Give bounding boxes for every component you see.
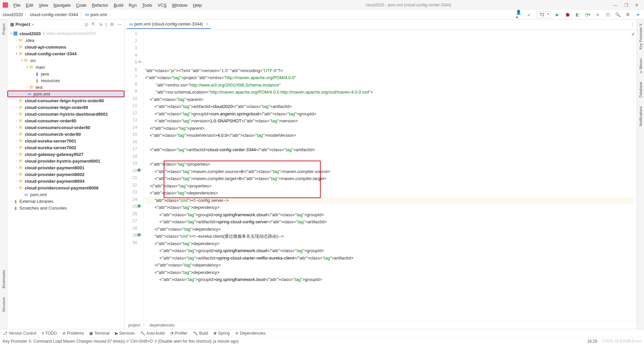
tree-module[interactable]: ›cloud-api-commons (7, 44, 124, 50)
editor-tab-pom[interactable]: m pom.xml (cloud-config-center-3344) × (127, 20, 211, 29)
tree-folder-src[interactable]: ▾src (7, 57, 124, 64)
tab-key-promoter[interactable]: Key Promoter X (638, 21, 643, 52)
status-time: 19:29 (587, 339, 597, 344)
menu-vcs[interactable]: VCS (156, 2, 169, 8)
menu-file[interactable]: File (11, 2, 22, 8)
tree-module[interactable]: ›cloud-consumerzk-order80 (7, 131, 124, 137)
profile-icon[interactable]: ◔▾ (584, 11, 591, 18)
tool-todo[interactable]: ≡ TODO (42, 331, 57, 336)
chevron-down-icon[interactable]: ▾ (32, 23, 34, 26)
minimize-icon[interactable]: — (613, 3, 618, 8)
tree-folder-idea[interactable]: ›.idea (7, 37, 124, 44)
tool-version-control[interactable]: ⎇ Version Control (3, 331, 36, 336)
vcs-update-icon[interactable]: ↙ (526, 11, 533, 18)
project-tree[interactable]: ▾cloud2020E:\idea-workspace\cloud2020 ›.… (7, 30, 124, 329)
tree-external-libs[interactable]: ›▮External Libraries (7, 198, 124, 205)
run-icon[interactable]: ▶ (554, 11, 561, 18)
breadcrumb-root[interactable]: cloud2020 (3, 12, 23, 17)
tree-module[interactable]: ›cloud-consumerconsul-order80 (7, 124, 124, 131)
tree-module[interactable]: ›cloud-provider-payment8002 (7, 171, 124, 178)
tool-profiler[interactable]: ◔ Profiler (170, 331, 187, 336)
tool-window-bar: ⎇ Version Control ≡ TODO ⊘ Problems ▣ Te… (0, 329, 644, 337)
menu-build[interactable]: Build (112, 2, 125, 8)
close-icon[interactable]: ✕ (635, 3, 639, 8)
menu-edit[interactable]: Edit (24, 2, 35, 8)
tool-services[interactable]: ▶ Services (115, 331, 135, 336)
menu-refactor[interactable]: Refactor (90, 2, 110, 8)
tree-scratches[interactable]: ▮Scratches and Consoles (7, 205, 124, 211)
tree-file-pom[interactable]: mpom.xml (7, 91, 124, 97)
tool-terminal[interactable]: ▣ Terminal (89, 331, 109, 336)
maximize-icon[interactable]: ❐ (624, 3, 628, 8)
collapse-all-icon[interactable]: ⇲ (99, 22, 102, 27)
tree-file-root-pom[interactable]: mpom.xml (7, 191, 124, 198)
tree-module[interactable]: ›cloud-eureka-server7002 (7, 144, 124, 151)
run-configuration[interactable]: T2 (536, 11, 551, 18)
expand-all-icon[interactable]: ⇱ (92, 22, 95, 27)
tree-module[interactable]: ›cloud-eureka-server7001 (7, 137, 124, 144)
line-gutter[interactable]: 12345m↑67891011121314151617181920⬤↑21222… (125, 30, 144, 321)
tool-autobuild[interactable]: 🔨 Auto-build (140, 331, 165, 336)
menu-window[interactable]: Window (170, 2, 190, 8)
stop-icon[interactable]: ■ (594, 11, 601, 18)
gear-icon[interactable]: ⚙ (110, 22, 114, 27)
breadcrumb-item[interactable]: project (128, 323, 140, 328)
tree-module[interactable]: ›cloud-consumer-hystrix-dashboard9001 (7, 111, 124, 117)
menu-navigate[interactable]: Navigate (51, 2, 72, 8)
tool-problems[interactable]: ⊘ Problems (62, 331, 84, 336)
left-tool-stripe: Project Bookmarks Structure (0, 19, 7, 329)
tab-bookmarks[interactable]: Bookmarks (1, 268, 6, 290)
tree-folder-main[interactable]: ▾main (7, 64, 124, 70)
menu-run[interactable]: Run (127, 2, 139, 8)
search-icon[interactable]: 🔍 (614, 11, 621, 18)
tree-module[interactable]: ›cloud-provider-payment8001 (7, 164, 124, 171)
translate-icon[interactable]: ㊥ (604, 11, 611, 18)
settings-icon[interactable]: ⚙ (625, 11, 631, 18)
editor-breadcrumbs[interactable]: project 〉 dependencies (125, 321, 637, 329)
close-tab-icon[interactable]: × (206, 21, 208, 26)
menu-help[interactable]: Help (191, 2, 204, 8)
tool-build[interactable]: 🔨 Build (193, 331, 208, 336)
breadcrumb-item[interactable]: dependencies (150, 323, 175, 328)
user-icon[interactable]: 👤▾ (516, 11, 523, 18)
project-dropdown-icon[interactable]: ▦ (10, 22, 14, 27)
menu-tools[interactable]: Tools (140, 2, 154, 8)
tree-folder-java[interactable]: ▮java (7, 70, 124, 77)
project-title[interactable]: Project (15, 22, 30, 27)
main-menu: File Edit View Navigate Code Refactor Bu… (11, 2, 204, 8)
tab-database[interactable]: Database (638, 80, 643, 100)
hide-icon[interactable]: — (117, 22, 122, 27)
tree-module[interactable]: ›cloud-consumer-order80 (7, 117, 124, 124)
tree-module[interactable]: ›cloud-providerconsul-payment8006 (7, 184, 124, 191)
tree-module[interactable]: ›cloud-consumer-feign-order80 (7, 104, 124, 111)
tab-notifications[interactable]: Notifications (638, 104, 643, 128)
tab-maven[interactable]: m Maven (638, 56, 643, 75)
status-bar: Key Promoter X: Command Load Maven Chang… (0, 337, 644, 345)
deploy-icon[interactable]: ➤ (635, 11, 641, 18)
tree-folder-test[interactable]: ›test (7, 84, 124, 91)
coverage-icon[interactable]: ◧ (574, 11, 581, 18)
debug-icon[interactable]: 🐞 (564, 11, 571, 18)
code-editor[interactable]: 12345m↑67891011121314151617181920⬤↑21222… (125, 30, 637, 321)
menu-view[interactable]: View (37, 2, 50, 8)
select-opened-icon[interactable]: ◎ (85, 22, 88, 27)
maven-file-icon: m (129, 21, 133, 27)
chevron-right-icon: 〉 (79, 12, 84, 18)
tree-root[interactable]: ▾cloud2020E:\idea-workspace\cloud2020 (7, 30, 124, 37)
breadcrumb-module[interactable]: cloud-config-center-3344 (30, 12, 78, 17)
tool-spring[interactable]: ❀ Spring (213, 331, 230, 336)
tree-folder-resources[interactable]: ▮resources (7, 77, 124, 84)
project-tool-window: ▦ Project ▾ ◎ ⇱ ⇲ | ⚙ — ▾cloud2020E:\ide… (7, 19, 125, 329)
tab-menu-icon[interactable]: ⋮ (630, 22, 635, 27)
tab-structure[interactable]: Structure (1, 295, 6, 314)
tree-module-config[interactable]: ▾cloud-config-center-3344 (7, 50, 124, 57)
tab-project[interactable]: Project (1, 21, 6, 37)
menu-code[interactable]: Code (74, 2, 89, 8)
breadcrumb-file[interactable]: pom.xml (90, 12, 107, 17)
tree-module[interactable]: ›cloud-consumer-feign-hystrix-order80 (7, 97, 124, 104)
tree-module[interactable]: ›cloud-provider-payment8004 (7, 178, 124, 184)
tool-dependencies[interactable]: ≋ Dependencies (235, 331, 266, 336)
tree-module[interactable]: ›cloud-gateway-gateway9527 (7, 151, 124, 158)
inspection-ok-icon[interactable]: ✔ (631, 31, 635, 38)
tree-module[interactable]: ›cloud-provider-hystrix-payment8001 (7, 158, 124, 164)
